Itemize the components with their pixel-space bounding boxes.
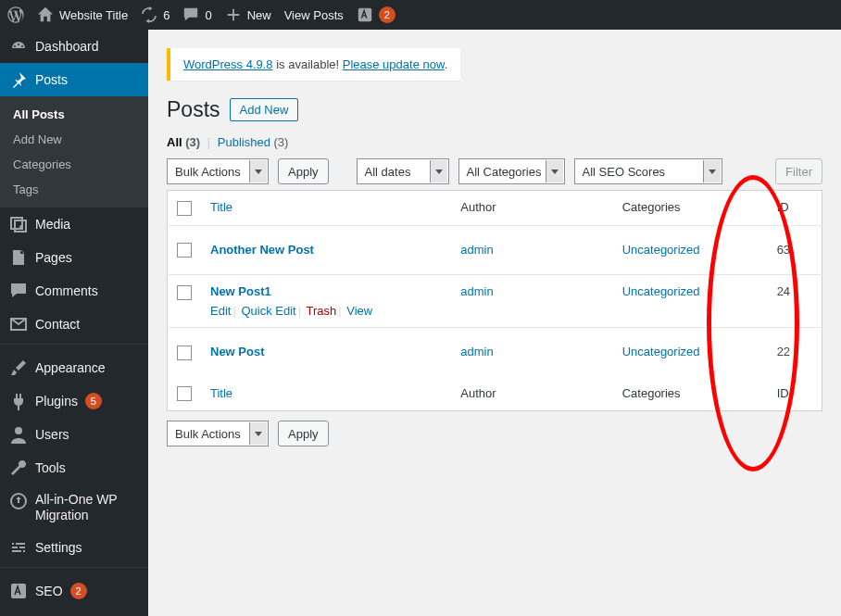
new-content-link[interactable]: New <box>225 6 271 23</box>
row-action-quick-edit[interactable]: Quick Edit <box>241 304 295 318</box>
menu-tools-label: Tools <box>35 460 66 475</box>
post-category-link[interactable]: Uncategorized <box>622 345 700 358</box>
comments-count: 0 <box>205 8 211 22</box>
post-id-cell: 22 <box>768 328 822 377</box>
user-icon <box>9 425 28 444</box>
plugin-icon <box>9 392 28 410</box>
post-author-link[interactable]: admin <box>460 284 493 298</box>
menu-settings-label: Settings <box>35 540 82 555</box>
site-link[interactable]: Website Title <box>37 6 128 23</box>
posts-table: Title Author Categories ID Another New P… <box>167 190 822 411</box>
menu-dashboard[interactable]: Dashboard <box>0 30 148 63</box>
notice-tail: . <box>445 57 448 71</box>
menu-posts[interactable]: Posts <box>0 63 148 96</box>
menu-plugins-label: Plugins <box>35 394 78 409</box>
svg-point-1 <box>19 225 23 229</box>
comments-link[interactable]: 0 <box>182 6 211 23</box>
new-label: New <box>247 8 271 22</box>
seo-filter-select[interactable]: All SEO Scores <box>574 158 722 184</box>
menu-dashboard-label: Dashboard <box>35 39 99 54</box>
mail-icon <box>9 315 28 333</box>
row-checkbox[interactable] <box>177 346 192 360</box>
update-version-link[interactable]: WordPress 4.9.8 <box>183 57 273 71</box>
view-posts-link[interactable]: View Posts <box>284 8 344 22</box>
menu-posts-label: Posts <box>35 72 68 87</box>
bulk-actions-select[interactable]: Bulk Actions <box>167 158 269 184</box>
table-row: New Post admin Uncategorized 22 <box>168 328 822 377</box>
post-title-link[interactable]: New Post1 <box>210 284 271 298</box>
submenu-add-new[interactable]: Add New <box>0 127 148 152</box>
category-filter-select[interactable]: All Categories <box>458 158 565 184</box>
update-now-link[interactable]: Please update now <box>343 57 445 71</box>
post-author-link[interactable]: admin <box>460 345 493 358</box>
menu-contact-label: Contact <box>35 317 80 332</box>
view-posts-label: View Posts <box>284 8 344 22</box>
admin-toolbar: Website Title 6 0 New View Posts 2 <box>0 0 841 30</box>
row-action-view[interactable]: View <box>346 304 372 318</box>
submenu-categories[interactable]: Categories <box>0 152 148 177</box>
menu-plugins[interactable]: Plugins 5 <box>0 384 148 418</box>
menu-pages[interactable]: Pages <box>0 241 148 274</box>
wp-logo[interactable] <box>7 6 24 23</box>
col-id-footer: ID <box>768 377 822 411</box>
submenu-posts: All Posts Add New Categories Tags <box>0 96 148 207</box>
menu-seo[interactable]: SEO 2 <box>0 574 148 608</box>
page-title: Posts <box>167 97 220 122</box>
table-row: Another New Post admin Uncategorized 63 <box>168 225 822 275</box>
bulk-actions-select-bottom[interactable]: Bulk Actions <box>167 421 269 446</box>
seo-toolbar-item[interactable]: 2 <box>357 6 395 23</box>
home-icon <box>37 6 54 23</box>
filter-button[interactable]: Filter <box>775 158 822 184</box>
tablenav-top: Bulk Actions Apply All dates All Categor… <box>167 158 822 184</box>
submenu-tags[interactable]: Tags <box>0 177 148 202</box>
menu-seo-label: SEO <box>35 584 63 598</box>
menu-tools[interactable]: Tools <box>0 451 148 484</box>
update-notice: WordPress 4.9.8 is available! Please upd… <box>167 48 460 81</box>
dates-filter-select[interactable]: All dates <box>357 158 449 184</box>
post-title-link[interactable]: Another New Post <box>210 243 314 257</box>
seo-menu-icon <box>9 582 28 600</box>
submenu-all-posts[interactable]: All Posts <box>0 102 148 127</box>
col-title-header[interactable]: Title <box>210 200 232 214</box>
apply-button-bottom[interactable]: Apply <box>278 421 329 446</box>
menu-separator <box>0 567 148 572</box>
row-actions: Edit| Quick Edit| Trash| View <box>210 304 442 318</box>
row-action-edit[interactable]: Edit <box>210 304 231 318</box>
row-action-trash[interactable]: Trash <box>306 304 336 318</box>
menu-appearance[interactable]: Appearance <box>0 351 148 384</box>
col-author-header: Author <box>451 191 612 226</box>
seo-menu-badge: 2 <box>70 583 87 599</box>
admin-sidebar: Dashboard Posts All Posts Add New Catego… <box>0 30 148 616</box>
plus-icon <box>225 6 242 23</box>
wrench-icon <box>9 459 28 477</box>
filter-all[interactable]: All (3) <box>167 135 200 149</box>
post-category-link[interactable]: Uncategorized <box>622 284 700 298</box>
row-checkbox[interactable] <box>177 243 192 258</box>
post-category-link[interactable]: Uncategorized <box>622 243 700 257</box>
menu-aio-migration[interactable]: All-in-One WP Migration <box>0 484 148 531</box>
select-all-bottom[interactable] <box>177 386 192 401</box>
col-id-header: ID <box>768 191 822 226</box>
menu-comments[interactable]: Comments <box>0 274 148 308</box>
select-all-top[interactable] <box>177 201 192 216</box>
post-title-link[interactable]: New Post <box>210 345 265 358</box>
filter-published[interactable]: Published (3) <box>218 135 289 149</box>
menu-users[interactable]: Users <box>0 418 148 451</box>
col-title-footer[interactable]: Title <box>210 386 232 400</box>
page-header: Posts Add New <box>167 97 822 122</box>
menu-aio-label: All-in-One WP Migration <box>35 492 139 523</box>
plugins-badge: 5 <box>85 393 102 409</box>
tablenav-bottom: Bulk Actions Apply <box>167 421 822 446</box>
post-author-link[interactable]: admin <box>460 243 493 257</box>
row-checkbox[interactable] <box>177 285 192 300</box>
menu-settings[interactable]: Settings <box>0 531 148 564</box>
updates-link[interactable]: 6 <box>141 6 169 23</box>
dashboard-icon <box>9 37 28 56</box>
post-id-cell: 63 <box>768 225 822 275</box>
col-author-footer: Author <box>451 377 612 411</box>
apply-button-top[interactable]: Apply <box>278 158 329 184</box>
menu-media[interactable]: Media <box>0 207 148 241</box>
menu-contact[interactable]: Contact <box>0 308 148 341</box>
add-new-button[interactable]: Add New <box>230 98 299 121</box>
menu-appearance-label: Appearance <box>35 360 106 375</box>
